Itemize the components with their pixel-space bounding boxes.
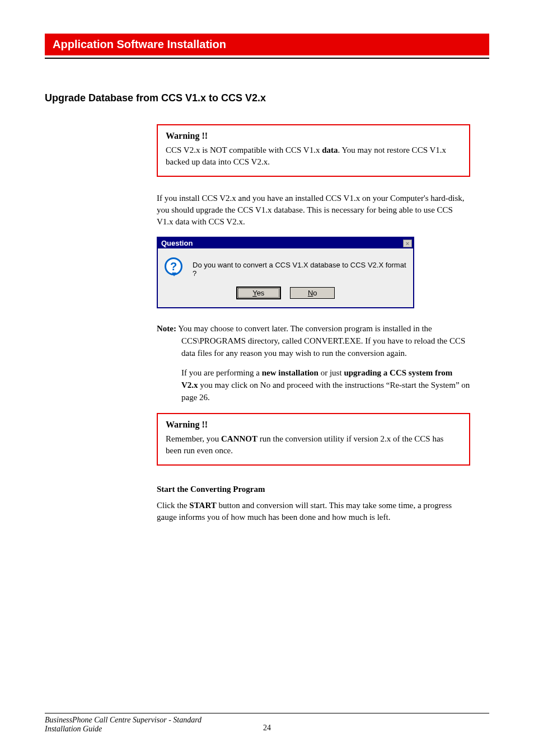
warning2-bold: CANNOT: [221, 434, 257, 443]
note-text1: You may choose to convert later. The con…: [176, 324, 465, 358]
warning-box-2: Warning !! Remember, you CANNOT run the …: [157, 413, 470, 466]
para2-pre: Click the: [157, 501, 189, 510]
banner-underline: [45, 58, 489, 59]
no-button[interactable]: No: [290, 287, 335, 299]
note-para1: Note: You may choose to convert later. T…: [157, 323, 470, 359]
page-number: 24: [263, 724, 271, 732]
no-mnemonic: N: [308, 289, 313, 297]
warning-box-1: Warning !! CCS V2.x is NOT compatible wi…: [157, 124, 470, 177]
note-label: Note:: [157, 324, 176, 333]
note-p2-b1: new installation: [262, 368, 318, 377]
note-para2: If you are performing a new installation…: [157, 367, 470, 403]
question-icon: ?: [165, 257, 182, 275]
warning-title: Warning !!: [166, 131, 461, 141]
dialog-buttons: Yes No: [158, 283, 413, 307]
dialog-title: Question: [161, 239, 193, 247]
warning2-pre: Remember, you: [166, 434, 221, 443]
footer-line1: BusinessPhone Call Centre Supervisor - S…: [45, 716, 202, 725]
dialog-body: ? Do you want to convert a CCS V1.X data…: [158, 248, 413, 283]
note-p2-mid: or just: [318, 368, 344, 377]
yes-mnemonic: Y: [252, 289, 256, 297]
note-p2-post: you may click on No and proceed with the…: [181, 381, 470, 402]
no-rest: o: [313, 289, 317, 297]
yes-button[interactable]: Yes: [236, 287, 281, 299]
note-p2-pre: If you are performing a: [181, 368, 262, 377]
warning1-bold: data: [322, 145, 338, 154]
footer-line2: Installation Guide: [45, 725, 202, 734]
dialog-message: Do you want to convert a CCS V1.X databa…: [193, 257, 406, 278]
page-footer: BusinessPhone Call Centre Supervisor - S…: [45, 713, 489, 734]
section-heading: Upgrade Database from CCS V1.x to CCS V2…: [45, 92, 489, 104]
warning1-pre: CCS V2.x is NOT compatible with CCS V1.x: [166, 145, 322, 154]
question-dialog: Question × ? Do you want to convert a CC…: [157, 237, 414, 308]
warning-text: CCS V2.x is NOT compatible with CCS V1.x…: [166, 144, 461, 168]
subheading-start-converting: Start the Converting Program: [157, 485, 470, 494]
close-icon[interactable]: ×: [403, 240, 412, 247]
warning2-title: Warning !!: [166, 420, 461, 430]
dialog-titlebar: Question ×: [158, 238, 413, 248]
paragraph-intro: If you install CCS V2.x and you have an …: [157, 192, 470, 228]
para2-bold: START: [189, 501, 216, 510]
banner-title: Application Software Installation: [45, 34, 489, 55]
warning2-text: Remember, you CANNOT run the conversion …: [166, 433, 461, 457]
yes-rest: es: [257, 289, 265, 297]
note-block: Note: You may choose to convert later. T…: [157, 323, 470, 404]
paragraph-start: Click the START button and conversion wi…: [157, 500, 470, 523]
